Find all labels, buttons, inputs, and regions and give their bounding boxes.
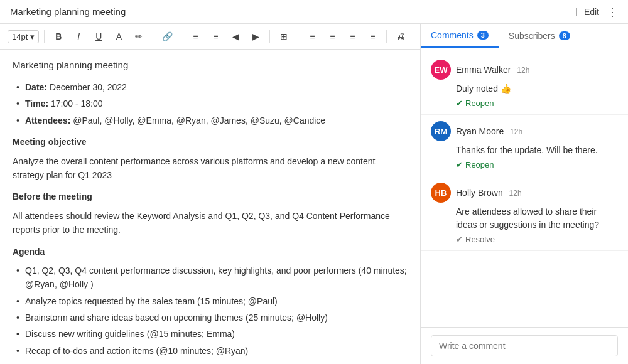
comments-panel: Comments 3 Subscribers 8 EW Emma Walker … [421, 24, 628, 364]
avatar-holly: HB [431, 183, 451, 203]
toolbar-separator-6 [386, 30, 387, 43]
comment-item-3: HB Holly Brown 12h Are attendees allowed… [421, 176, 628, 251]
bullet-list-button[interactable]: ≡ [187, 28, 204, 45]
doc-metadata-list: Date: December 30, 2022 Time: 17:00 - 18… [13, 80, 408, 127]
date-value: December 30, 2022 [50, 82, 127, 92]
document-panel: 14pt ▾ B I U A ✏ 🔗 ≡ ≡ ◀ ▶ ⊞ ≡ ≡ ≡ ≡ 🖨 [0, 24, 421, 364]
resolve-label-3: Resolve [465, 235, 495, 244]
comment-item-2: RM Ryan Moore 12h Thanks for the update.… [421, 115, 628, 176]
document-header: Marketing planning meeting Edit ⋮ [0, 0, 628, 24]
toolbar-separator-4 [269, 30, 270, 43]
main-layout: 14pt ▾ B I U A ✏ 🔗 ≡ ≡ ◀ ▶ ⊞ ≡ ≡ ≡ ≡ 🖨 [0, 24, 628, 364]
check-icon-2: ✔ [456, 160, 463, 169]
comment-text-3: Are attendees allowed to share their ide… [456, 205, 618, 232]
numbered-list-button[interactable]: ≡ [207, 28, 224, 45]
reopen-btn-2[interactable]: ✔ Reopen [456, 160, 494, 169]
justify-button[interactable]: ≡ [364, 28, 381, 45]
time-emma: 12h [517, 66, 529, 75]
doc-attendees-item: Attendees: @Paul, @Holly, @Emma, @Ryan, … [13, 114, 408, 127]
panel-tabs: Comments 3 Subscribers 8 [421, 24, 628, 48]
table-button[interactable]: ⊞ [275, 28, 293, 45]
comment-meta-2: Ryan Moore 12h [456, 126, 618, 136]
author-ryan: Ryan Moore [456, 126, 504, 136]
comment-item-1: EW Emma Walker 12h Duly noted 👍 ✔ Reopen [421, 53, 628, 115]
check-icon-1: ✔ [456, 99, 463, 108]
comment-input-area [421, 327, 628, 364]
comment-meta-3: Holly Brown 12h [456, 188, 618, 198]
edit-label[interactable]: Edit [584, 7, 599, 17]
comments-list: EW Emma Walker 12h Duly noted 👍 ✔ Reopen… [421, 48, 628, 327]
agenda-item-2: Analyze topics requested by the sales te… [13, 294, 408, 308]
comment-header-1: EW Emma Walker 12h [431, 60, 618, 80]
agenda-item-1: Q1, Q2, Q3, Q4 content performance discu… [13, 264, 408, 292]
font-size-value: 14pt [12, 32, 28, 41]
align-right-button[interactable]: ≡ [344, 28, 361, 45]
agenda-item-3: Brainstorm and share ideas based on upco… [13, 311, 408, 324]
comments-badge: 3 [477, 31, 489, 40]
subscribers-badge: 8 [559, 31, 570, 40]
time-holly: 12h [509, 189, 522, 198]
doc-date-item: Date: December 30, 2022 [13, 80, 408, 94]
edit-checkbox[interactable] [568, 8, 577, 16]
doc-time-item: Time: 17:00 - 18:00 [13, 97, 408, 110]
agenda-heading: Agenda [13, 245, 408, 259]
time-value: 17:00 - 18:00 [51, 99, 103, 109]
doc-main-title: Marketing planning meeting [13, 60, 408, 70]
italic-button[interactable]: I [70, 28, 87, 45]
reopen-label-2: Reopen [465, 160, 494, 169]
author-holly: Holly Brown [456, 188, 503, 198]
align-center-button[interactable]: ≡ [323, 28, 341, 45]
tab-subscribers-label: Subscribers [509, 31, 555, 41]
resolve-btn-3[interactable]: ✔ Resolve [456, 235, 495, 244]
more-options-icon[interactable]: ⋮ [607, 5, 618, 19]
outdent-button[interactable]: ◀ [227, 28, 244, 45]
date-label: Date: [25, 82, 47, 92]
indent-button[interactable]: ▶ [247, 28, 264, 45]
underline-button[interactable]: U [90, 28, 107, 45]
toolbar-separator-5 [298, 30, 298, 43]
agenda-item-4: Discuss new writing guidelines (@15 minu… [13, 327, 408, 341]
check-icon-3: ✔ [456, 235, 463, 244]
link-button[interactable]: 🔗 [158, 28, 176, 45]
author-emma: Emma Walker [456, 65, 511, 75]
doc-content: Marketing planning meeting Date: Decembe… [0, 50, 420, 364]
toolbar-separator-2 [153, 30, 153, 43]
print-button[interactable]: 🖨 [392, 28, 409, 45]
attendees-label: Attendees: [25, 115, 70, 126]
attendees-value: @Paul, @Holly, @Emma, @Ryan, @James, @Su… [73, 115, 325, 126]
bold-button[interactable]: B [50, 28, 67, 45]
meeting-objective-heading: Meeting objective [13, 135, 408, 149]
comment-header-2: RM Ryan Moore 12h [431, 121, 618, 141]
font-size-chevron: ▾ [30, 32, 35, 41]
avatar-ryan: RM [431, 121, 451, 141]
align-left-button[interactable]: ≡ [303, 28, 321, 45]
time-ryan: 12h [510, 127, 522, 136]
formatting-toolbar: 14pt ▾ B I U A ✏ 🔗 ≡ ≡ ◀ ▶ ⊞ ≡ ≡ ≡ ≡ 🖨 [0, 24, 420, 50]
comment-text-2: Thanks for the update. Will be there. [456, 144, 618, 157]
document-title: Marketing planning meeting [10, 6, 568, 17]
time-label: Time: [25, 99, 48, 109]
tab-comments-label: Comments [431, 30, 474, 40]
toolbar-separator-3 [181, 30, 181, 43]
avatar-emma: EW [431, 60, 451, 80]
font-size-select[interactable]: 14pt ▾ [8, 30, 39, 43]
toolbar-separator-1 [44, 30, 45, 43]
before-meeting-heading: Before the meeting [13, 190, 408, 203]
comment-text-1: Duly noted 👍 [456, 82, 618, 95]
before-meeting-text: All attendees should review the Keyword … [13, 209, 408, 237]
agenda-list: Q1, Q2, Q3, Q4 content performance discu… [13, 264, 408, 358]
meeting-objective-text: Analyze the overall content performance … [13, 154, 408, 183]
tab-comments[interactable]: Comments 3 [421, 24, 499, 48]
doc-body: Date: December 30, 2022 Time: 17:00 - 18… [13, 80, 408, 358]
text-color-button[interactable]: A [110, 28, 127, 45]
tab-subscribers[interactable]: Subscribers 8 [499, 24, 580, 48]
header-actions: Edit ⋮ [568, 5, 618, 19]
reopen-label-1: Reopen [465, 99, 494, 108]
comment-header-3: HB Holly Brown 12h [431, 183, 618, 203]
comment-meta-1: Emma Walker 12h [456, 65, 618, 75]
reopen-btn-1[interactable]: ✔ Reopen [456, 99, 494, 108]
highlight-button[interactable]: ✏ [130, 28, 148, 45]
comment-input[interactable] [431, 335, 618, 356]
agenda-item-5: Recap of to-dos and action items (@10 mi… [13, 344, 408, 358]
